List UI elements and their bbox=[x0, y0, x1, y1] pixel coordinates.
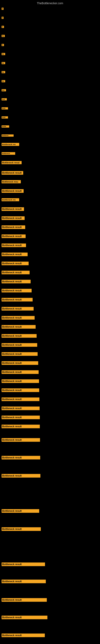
item-label: Bottl bbox=[1, 116, 8, 118]
item-label: Bo bbox=[1, 62, 5, 64]
item-label: Bottleneck bbox=[1, 152, 15, 155]
item-row: Bottleneck result bbox=[1, 406, 40, 411]
item-row: B bbox=[1, 25, 4, 29]
item-row: Bottl bbox=[1, 116, 8, 119]
item-row: Bottleneck result bbox=[1, 334, 37, 338]
item-label: Bottleneck result bbox=[1, 438, 40, 442]
item-label: Bottleneck result bbox=[1, 361, 38, 365]
item-label: Bottleneck result bbox=[1, 379, 39, 383]
item-row: B bbox=[1, 43, 4, 47]
item-row: Bottleneck result bbox=[1, 262, 29, 266]
item-row: Bottleneck result bbox=[1, 598, 47, 602]
item-label: Bottleneck res bbox=[1, 198, 19, 201]
item-row: Bottl bbox=[1, 107, 8, 110]
item-row: Bottleneck result bbox=[1, 562, 45, 567]
item-row: Bottleneck result bbox=[1, 425, 40, 429]
item-row: Bottleneck result bbox=[1, 509, 39, 514]
item-row: Bottleneck result bbox=[1, 189, 24, 194]
item-row: Bott bbox=[1, 98, 7, 101]
item-label: Bottleneck result bbox=[1, 474, 40, 478]
item-label: Bottleneck result bbox=[1, 370, 39, 374]
item-row: Bo bbox=[1, 52, 5, 56]
item-row: Bottleneck result bbox=[1, 234, 26, 239]
item-label: Bottleneck result bbox=[1, 262, 29, 265]
item-row: Bottleneck result bbox=[1, 307, 34, 311]
item-row: Bottleneck result bbox=[1, 316, 35, 320]
item-row: Bottleneck result bbox=[1, 616, 48, 620]
item-label: Bottleneck res bbox=[1, 143, 19, 146]
item-label: Bottleneck result bbox=[1, 598, 47, 602]
item-label: Bottleneck result bbox=[1, 307, 34, 310]
item-label: Bottleneck result bbox=[1, 226, 25, 229]
item-label: Bottleneck result bbox=[1, 616, 48, 619]
item-label: Bottlenec bbox=[1, 134, 14, 137]
item-row: Bottleneck result bbox=[1, 298, 33, 302]
item-row: Bottleneck result bbox=[1, 379, 39, 384]
item-label: Bottleneck result bbox=[1, 562, 45, 566]
item-row: Bottleneck result bbox=[1, 271, 30, 275]
item-label: Bottleneck result bbox=[1, 527, 41, 531]
item-row: Bottleneck result bbox=[1, 207, 24, 212]
item-label: B bbox=[1, 17, 3, 19]
item-row: Bottleneck result bbox=[1, 352, 38, 356]
item-row: Bottleneck result bbox=[1, 527, 41, 532]
item-label: Bottleneck result bbox=[1, 234, 26, 238]
item-label: Bottleneck result bbox=[1, 456, 40, 460]
item-label: Bottleneck result bbox=[1, 171, 23, 175]
item-row: B bbox=[1, 7, 3, 11]
item-row: Bottleneck result bbox=[1, 244, 26, 248]
item-row: Bottleneck result bbox=[1, 370, 39, 375]
item-row: Bottleneck result bbox=[1, 325, 36, 330]
item-label: Bottle bbox=[1, 126, 9, 128]
item-label: B bbox=[1, 26, 4, 28]
item-row: Bottleneck result bbox=[1, 388, 39, 393]
item-row: Bottleneck result bbox=[1, 456, 40, 460]
item-row: Bottleneck result bbox=[1, 398, 39, 402]
item-label: Bottleneck result bbox=[1, 289, 32, 292]
site-title: TheBottlenecker.com bbox=[0, 0, 100, 6]
item-label: Bottleneck result bbox=[1, 207, 24, 211]
item-label: Bottleneck result bbox=[1, 406, 40, 410]
item-row: Bottleneck result bbox=[1, 361, 38, 366]
item-label: Bo bbox=[1, 35, 5, 37]
item-label: Bottleneck result bbox=[1, 509, 39, 513]
item-label: Bottleneck result bbox=[1, 298, 33, 302]
item-row: Bottleneck result bbox=[1, 289, 32, 293]
item-label: B bbox=[1, 8, 3, 10]
item-label: Bo bbox=[1, 71, 5, 73]
item-row: Bo bbox=[1, 80, 5, 83]
item-label: Bottleneck result bbox=[1, 425, 40, 428]
item-row: Bo bbox=[1, 62, 5, 65]
item-label: Bottleneck result bbox=[1, 280, 31, 283]
item-label: Bottl bbox=[1, 107, 8, 110]
item-label: B bbox=[1, 44, 4, 46]
item-row: Bottleneck result bbox=[1, 280, 31, 284]
item-label: Bottleneck result bbox=[1, 244, 26, 247]
item-row: Bottleneck result bbox=[1, 416, 40, 420]
item-row: Bottleneck bbox=[1, 152, 15, 156]
item-row: Bottleneck resul bbox=[1, 161, 22, 165]
item-row: B bbox=[1, 16, 3, 20]
item-label: Bottleneck result bbox=[1, 316, 35, 320]
item-row: Bottleneck res bbox=[1, 143, 19, 147]
item-row: Bottleneck result bbox=[1, 171, 23, 176]
item-label: Bott bbox=[1, 98, 7, 100]
item-label: Bottleneck result bbox=[1, 416, 40, 419]
item-label: Bottleneck result bbox=[1, 216, 25, 220]
item-label: Bot bbox=[1, 89, 6, 91]
item-row: Bottle bbox=[1, 125, 9, 128]
item-row: Bottleneck result bbox=[1, 438, 40, 442]
item-label: Bottleneck result bbox=[1, 343, 37, 347]
item-row: Bottleneck res bbox=[1, 198, 19, 202]
item-label: Bo bbox=[1, 53, 5, 55]
item-label: Bottleneck resu bbox=[1, 180, 21, 183]
item-row: Bottleneck result bbox=[1, 580, 46, 584]
item-label: Bottleneck result bbox=[1, 580, 46, 583]
item-label: Bottleneck result bbox=[1, 388, 39, 392]
item-label: Bottleneck result bbox=[1, 334, 37, 338]
item-label: Bottleneck result bbox=[1, 352, 38, 356]
item-label: Bottleneck result bbox=[1, 325, 36, 329]
item-row: Bottleneck result bbox=[1, 474, 40, 478]
item-row: Bottleneck result bbox=[1, 226, 25, 230]
item-label: Bottleneck result bbox=[1, 252, 28, 256]
